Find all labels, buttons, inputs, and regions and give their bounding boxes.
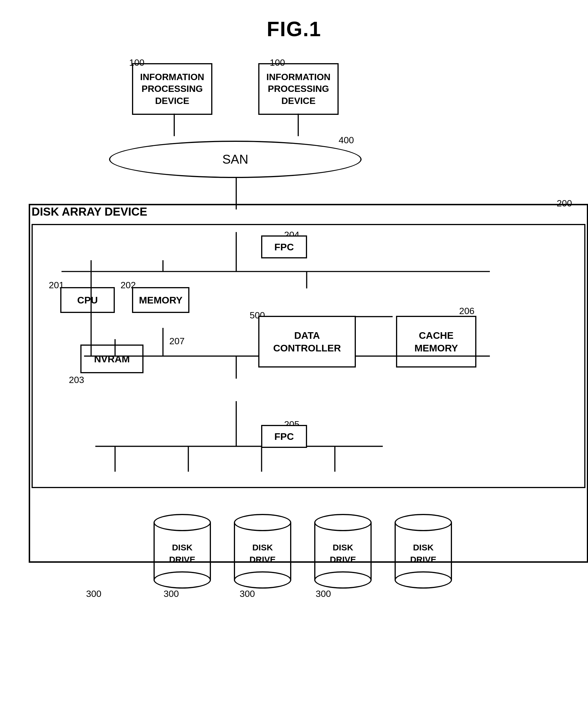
fpc-bottom-label: FPC: [274, 431, 294, 442]
data-controller-box: DATA CONTROLLER: [258, 316, 356, 367]
disk-cylinder-1: DISK DRIVE: [154, 514, 211, 580]
disk-bottom-ellipse-3: [314, 571, 372, 589]
memory-box: MEMORY: [132, 287, 190, 313]
cache-memory-box: CACHE MEMORY: [396, 316, 476, 367]
ipd-right: INFORMATION PROCESSING DEVICE: [258, 63, 339, 115]
nvram-label: NVRAM: [94, 353, 130, 365]
disk-drive-3: DISK DRIVE: [314, 514, 372, 580]
ref-bus: 207: [169, 336, 184, 347]
disk-top-ellipse-2: [234, 514, 291, 531]
disk-label-4: DISK DRIVE: [410, 542, 436, 565]
disk-bottom-ellipse-2: [234, 571, 291, 589]
disk-top-ellipse-1: [154, 514, 211, 531]
ref-nvram: 203: [69, 375, 84, 385]
disk-label-2: DISK DRIVE: [249, 542, 276, 565]
cpu-box: CPU: [60, 287, 115, 313]
ref-disk-2: 300: [164, 589, 179, 599]
disk-drive-1: DISK DRIVE: [154, 514, 211, 580]
cpu-label: CPU: [77, 295, 98, 306]
ipd-left: INFORMATION PROCESSING DEVICE: [132, 63, 212, 115]
ipd-left-label: INFORMATION PROCESSING DEVICE: [140, 71, 204, 107]
data-controller-label: DATA CONTROLLER: [273, 329, 341, 354]
ref-disk-1: 300: [86, 589, 101, 599]
san-label: SAN: [222, 152, 248, 166]
disk-bottom-ellipse-1: [154, 571, 211, 589]
disk-top-ellipse-3: [314, 514, 372, 531]
disk-label-3: DISK DRIVE: [330, 542, 356, 565]
disk-top-ellipse-4: [394, 514, 452, 531]
cache-memory-label: CACHE MEMORY: [414, 329, 458, 354]
disk-drive-2: DISK DRIVE: [234, 514, 291, 580]
fpc-top: FPC: [261, 235, 307, 259]
disk-cylinder-2: DISK DRIVE: [234, 514, 291, 580]
disk-bottom-ellipse-4: [394, 571, 452, 589]
fpc-top-label: FPC: [274, 241, 294, 253]
memory-label: MEMORY: [139, 295, 182, 306]
disk-drive-4: DISK DRIVE: [394, 514, 452, 580]
disk-cylinder-4: DISK DRIVE: [394, 514, 452, 580]
disk-drives-row: DISK DRIVE DISK DRIVE DISK DRIVE: [23, 514, 583, 580]
disk-array-label: DISK ARRAY DEVICE: [32, 205, 147, 218]
san-node: SAN: [109, 141, 362, 178]
ipd-right-label: INFORMATION PROCESSING DEVICE: [266, 71, 330, 107]
nvram-box: NVRAM: [80, 345, 143, 373]
disk-cylinder-3: DISK DRIVE: [314, 514, 372, 580]
disk-label-1: DISK DRIVE: [169, 542, 196, 565]
page-title: FIG.1: [0, 0, 588, 41]
ref-disk-4: 300: [316, 589, 331, 599]
ref-san: 400: [339, 135, 354, 146]
fpc-bottom: FPC: [261, 425, 307, 448]
ref-disk-3: 300: [240, 589, 255, 599]
ref-cache-memory: 206: [459, 306, 474, 316]
